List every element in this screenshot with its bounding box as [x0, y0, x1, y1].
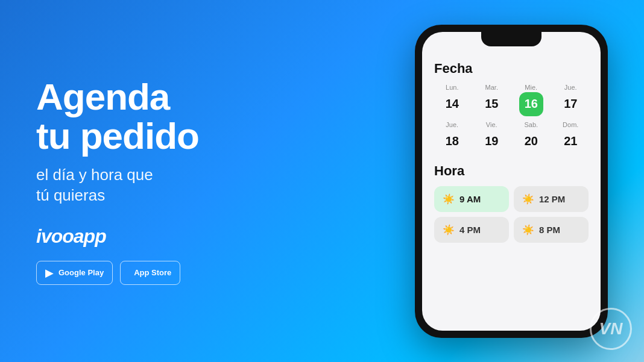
hour-title: Hora: [434, 163, 589, 179]
calendar-day-cell[interactable]: Jue. 18: [434, 121, 470, 154]
calendar-day-cell[interactable]: Vie. 19: [474, 121, 510, 154]
sun-icon: ☀️: [443, 193, 455, 205]
subheadline: el día y hora que tú quieras: [36, 165, 241, 206]
day-number: 14: [440, 92, 464, 116]
store-buttons: ▶ Google Play App Store: [36, 261, 241, 285]
hour-section: Hora ☀️ 9 AM ☀️ 12 PM ☀️ 4 PM ☀️ 8 PM: [434, 163, 589, 243]
calendar-day-cell[interactable]: Mar. 15: [474, 84, 510, 116]
day-number: 16: [519, 92, 543, 116]
day-number: 18: [440, 130, 464, 154]
watermark-text: VN: [599, 319, 623, 339]
time-grid: ☀️ 9 AM ☀️ 12 PM ☀️ 4 PM ☀️ 8 PM: [434, 186, 589, 243]
time-label: 8 PM: [539, 225, 560, 235]
sun-icon: ☀️: [522, 224, 534, 236]
calendar-day-cell[interactable]: Jue. 17: [553, 84, 589, 116]
day-number: 15: [479, 92, 504, 116]
calendar-row1: Lun. 14 Mar. 15 Mie. 16 Jue. 17: [434, 84, 589, 116]
brand-name: ivooapp: [36, 225, 106, 247]
calendar-row2: Jue. 18 Vie. 19 Sab. 20 Dom. 21: [434, 121, 589, 154]
day-name: Lun.: [446, 84, 458, 91]
day-number: 17: [558, 92, 582, 116]
headline-line2: tu pedido: [36, 116, 241, 155]
calendar-day-cell[interactable]: Sab. 20: [513, 121, 549, 154]
google-play-button[interactable]: ▶ Google Play: [36, 261, 113, 285]
day-name: Jue.: [446, 121, 458, 128]
subheadline-line1: el día y hora que: [36, 165, 241, 186]
day-name: Sab.: [524, 121, 538, 128]
watermark: VN: [590, 308, 632, 350]
phone-notch: [481, 32, 541, 46]
day-name: Mie.: [525, 84, 537, 91]
calendar-day-cell[interactable]: Lun. 14: [434, 84, 470, 116]
brand-logo: ivooapp: [36, 225, 241, 248]
google-play-label: Google Play: [58, 268, 104, 277]
calendar-day-cell[interactable]: Dom. 21: [553, 121, 589, 154]
sun-icon: ☀️: [443, 224, 455, 236]
phone-frame: Fecha Lun. 14 Mar. 15 Mie. 16 Jue. 17 Ju…: [415, 25, 608, 338]
day-name: Vie.: [486, 121, 497, 128]
day-name: Mar.: [485, 84, 498, 91]
app-store-label: App Store: [134, 268, 171, 277]
phone-screen: Fecha Lun. 14 Mar. 15 Mie. 16 Jue. 17 Ju…: [422, 32, 601, 331]
day-number: 19: [479, 130, 504, 154]
calendar-section: Fecha Lun. 14 Mar. 15 Mie. 16 Jue. 17 Ju…: [434, 61, 589, 154]
headline: Agenda tu pedido: [36, 77, 241, 155]
day-name: Dom.: [563, 121, 578, 128]
time-slot[interactable]: ☀️ 9 AM: [434, 186, 509, 212]
day-number: 20: [519, 130, 543, 154]
day-number: 21: [558, 130, 582, 154]
time-slot[interactable]: ☀️ 12 PM: [514, 186, 589, 212]
time-slot[interactable]: ☀️ 8 PM: [514, 217, 589, 243]
left-panel: Agenda tu pedido el día y hora que tú qu…: [36, 77, 241, 285]
time-label: 12 PM: [539, 194, 565, 204]
calendar-title: Fecha: [434, 61, 589, 76]
sun-icon: ☀️: [522, 193, 534, 205]
calendar-day-cell[interactable]: Mie. 16: [513, 84, 549, 116]
google-play-icon: ▶: [45, 266, 54, 279]
background: Agenda tu pedido el día y hora que tú qu…: [0, 0, 644, 362]
watermark-circle: VN: [590, 308, 632, 350]
time-label: 4 PM: [459, 225, 481, 235]
subheadline-line2: tú quieras: [36, 186, 241, 206]
day-name: Jue.: [564, 84, 577, 91]
time-slot[interactable]: ☀️ 4 PM: [434, 217, 509, 243]
headline-line1: Agenda: [36, 77, 241, 116]
right-panel: Fecha Lun. 14 Mar. 15 Mie. 16 Jue. 17 Ju…: [415, 25, 608, 338]
time-label: 9 AM: [459, 194, 481, 204]
app-store-button[interactable]: App Store: [120, 261, 180, 285]
